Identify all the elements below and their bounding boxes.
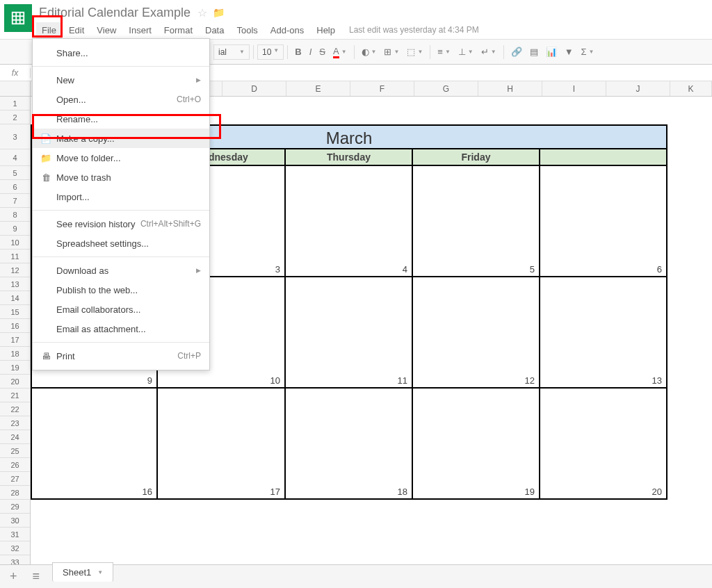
folder-icon[interactable]: 📁	[213, 7, 225, 18]
menu-open[interactable]: Open...Ctrl+O	[33, 90, 209, 109]
cal-cell[interactable]: 17	[158, 389, 286, 500]
font-size-select[interactable]: 10▼	[257, 44, 284, 60]
row-20[interactable]: 20	[0, 375, 30, 389]
fill-color-button[interactable]: ◐▼	[358, 44, 380, 60]
col-h[interactable]: H	[478, 81, 542, 96]
align-v-button[interactable]: ⊥▼	[455, 44, 477, 60]
cal-cell[interactable]: 12	[413, 277, 540, 389]
cal-cell[interactable]: 18	[286, 389, 413, 500]
menu-print[interactable]: 🖶PrintCtrl+P	[33, 346, 209, 366]
row-7[interactable]: 7	[0, 194, 30, 208]
menu-view[interactable]: View	[91, 22, 122, 38]
menu-tools[interactable]: Tools	[231, 22, 263, 38]
menu-email-attach[interactable]: Email as attachment...	[33, 319, 209, 338]
cal-header-sat[interactable]	[540, 149, 668, 166]
menu-format[interactable]: Format	[159, 22, 198, 38]
row-19[interactable]: 19	[0, 361, 30, 375]
bold-button[interactable]: B	[291, 44, 305, 60]
menu-download[interactable]: Download as▶	[33, 261, 209, 280]
cal-cell[interactable]: 20	[540, 389, 668, 500]
text-color-button[interactable]: A▼	[330, 43, 350, 61]
row-4[interactable]: 4	[0, 149, 30, 166]
strike-button[interactable]: S	[316, 44, 329, 60]
font-family-select[interactable]: ial▼	[213, 44, 250, 60]
menu-new[interactable]: New▶	[33, 70, 209, 90]
italic-button[interactable]: I	[306, 44, 316, 60]
row-24[interactable]: 24	[0, 430, 30, 444]
filter-button[interactable]: ▼	[561, 44, 577, 60]
col-i[interactable]: I	[542, 81, 606, 96]
menu-spreadsheet-settings[interactable]: Spreadsheet settings...	[33, 234, 209, 253]
col-f[interactable]: F	[350, 81, 414, 96]
row-29[interactable]: 29	[0, 500, 30, 514]
col-j[interactable]: J	[606, 81, 670, 96]
merge-button[interactable]: ⬚▼	[403, 44, 426, 60]
add-sheet-button[interactable]: +	[7, 569, 20, 583]
cal-cell[interactable]: 13	[540, 277, 668, 389]
functions-button[interactable]: Σ▼	[578, 44, 598, 60]
row-5[interactable]: 5	[0, 166, 30, 180]
row-15[interactable]: 15	[0, 305, 30, 319]
row-11[interactable]: 11	[0, 250, 30, 263]
chart-button[interactable]: 📊	[542, 44, 560, 60]
star-icon[interactable]: ☆	[197, 6, 207, 19]
row-6[interactable]: 6	[0, 180, 30, 194]
row-3[interactable]: 3	[0, 124, 30, 149]
menu-revision[interactable]: See revision historyCtrl+Alt+Shift+G	[33, 214, 209, 234]
menu-move-folder[interactable]: 📁Move to folder...	[33, 148, 209, 168]
row-25[interactable]: 25	[0, 444, 30, 458]
row-27[interactable]: 27	[0, 472, 30, 486]
row-23[interactable]: 23	[0, 416, 30, 430]
col-g[interactable]: G	[414, 81, 478, 96]
row-17[interactable]: 17	[0, 333, 30, 347]
sheet-tab-1[interactable]: Sheet1▼	[52, 562, 113, 582]
cal-header-fri[interactable]: Friday	[413, 149, 540, 166]
comment-button[interactable]: ▤	[526, 44, 542, 60]
col-d[interactable]: D	[222, 81, 286, 96]
row-2[interactable]: 2	[0, 111, 30, 124]
row-30[interactable]: 30	[0, 514, 30, 528]
last-edit-info[interactable]: Last edit was yesterday at 4:34 PM	[349, 25, 479, 35]
menu-import[interactable]: Import...	[33, 187, 209, 206]
cal-cell[interactable]: 6	[540, 166, 668, 277]
cal-cell[interactable]: 16	[31, 389, 158, 500]
row-18[interactable]: 18	[0, 347, 30, 361]
menu-email-collab[interactable]: Email collaborators...	[33, 300, 209, 319]
row-32[interactable]: 32	[0, 541, 30, 555]
app-logo[interactable]	[4, 4, 32, 32]
cal-cell[interactable]: 4	[286, 166, 413, 277]
row-21[interactable]: 21	[0, 389, 30, 402]
menu-publish[interactable]: Publish to the web...	[33, 280, 209, 300]
link-button[interactable]: 🔗	[508, 44, 526, 60]
menu-addons[interactable]: Add-ons	[265, 22, 309, 38]
wrap-button[interactable]: ↵▼	[478, 44, 500, 60]
row-13[interactable]: 13	[0, 277, 30, 291]
row-1[interactable]: 1	[0, 97, 30, 111]
row-28[interactable]: 28	[0, 486, 30, 500]
menu-share[interactable]: Share...	[33, 43, 209, 63]
all-sheets-button[interactable]: ≡	[30, 569, 43, 583]
menu-edit[interactable]: Edit	[63, 22, 90, 38]
select-all-corner[interactable]	[0, 81, 31, 96]
row-9[interactable]: 9	[0, 222, 30, 236]
row-8[interactable]: 8	[0, 208, 30, 222]
row-14[interactable]: 14	[0, 291, 30, 305]
row-16[interactable]: 16	[0, 319, 30, 333]
row-31[interactable]: 31	[0, 528, 30, 541]
menu-data[interactable]: Data	[200, 22, 229, 38]
row-12[interactable]: 12	[0, 263, 30, 277]
cal-cell[interactable]: 19	[413, 389, 540, 500]
col-k[interactable]: K	[670, 81, 712, 96]
row-10[interactable]: 10	[0, 236, 30, 250]
align-h-button[interactable]: ≡▼	[434, 44, 454, 60]
row-22[interactable]: 22	[0, 402, 30, 416]
menu-insert[interactable]: Insert	[123, 22, 157, 38]
cal-cell[interactable]: 5	[413, 166, 540, 277]
cal-cell[interactable]: 11	[286, 277, 413, 389]
menu-trash[interactable]: 🗑Move to trash	[33, 168, 209, 187]
cal-header-thu[interactable]: Thursday	[286, 149, 413, 166]
col-e[interactable]: E	[286, 81, 350, 96]
borders-button[interactable]: ⊞▼	[380, 44, 403, 60]
row-26[interactable]: 26	[0, 458, 30, 472]
menu-help[interactable]: Help	[311, 22, 341, 38]
